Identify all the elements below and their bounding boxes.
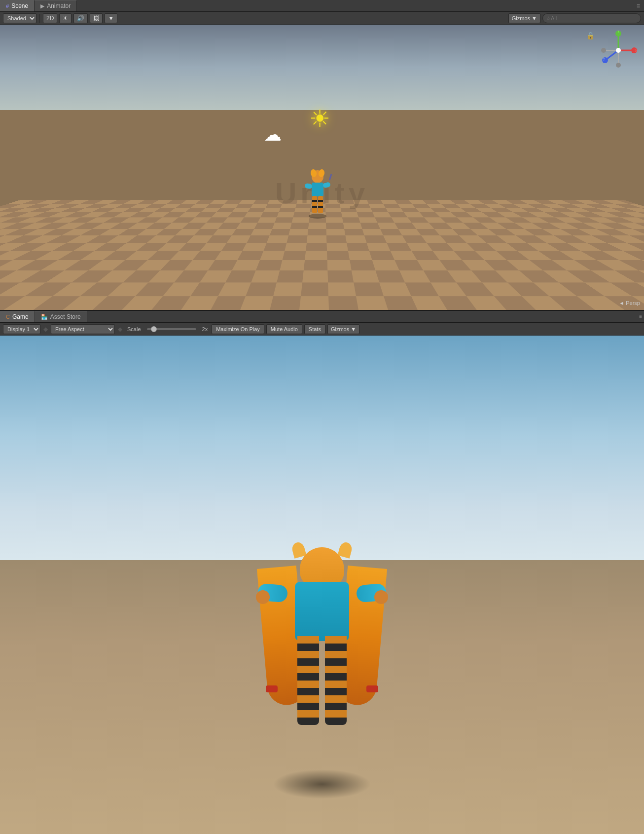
char-leg-right [325,636,347,725]
svg-rect-4 [304,183,313,189]
char-hair-tie-left [266,685,278,692]
game-panel: C Game 🏪 Asset Store ≡ Display 1 ◆ Free … [0,311,644,834]
char-head [300,547,344,587]
game-gizmos-label: Gizmos [331,326,349,332]
char-hair-tuft-right [338,541,354,558]
svg-rect-8 [318,196,323,213]
svg-rect-9 [312,200,317,202]
display-select[interactable]: Display 1 [3,324,40,334]
scale-value-label: 2x [200,326,210,332]
tab-scene-label: Scene [11,2,28,9]
svg-rect-12 [318,206,323,208]
game-gizmos-button[interactable]: Gizmos ▼ [327,324,359,334]
game-tab-bar: C Game 🏪 Asset Store ≡ [0,311,644,323]
svg-rect-5 [322,182,331,189]
scene-hash-icon: # [6,3,9,9]
scene-character [303,169,332,219]
scene-panel-menu[interactable]: ≡ [633,0,644,11]
panel-drag-arrows[interactable]: ≡ [639,311,644,322]
scene-character-svg [303,169,332,219]
svg-rect-7 [312,196,317,213]
char-back-body [253,537,391,784]
svg-line-6 [329,174,331,180]
game-toolbar: Display 1 ◆ Free Aspect ◆ Scale 2x Maxim… [0,323,644,336]
scale-slider-thumb[interactable] [151,326,157,332]
svg-point-21 [616,63,621,68]
stats-button[interactable]: Stats [304,324,325,334]
svg-rect-10 [318,200,323,202]
2d-toggle-button[interactable]: 2D [43,13,57,23]
sound-icon-button[interactable]: 🔊 [73,13,88,23]
scene-sun-icon: ☀ [309,105,330,132]
gizmos-dropdown-icon: ▼ [532,15,537,21]
char-legs [297,636,347,725]
svg-text:Y: Y [617,31,620,34]
char-body [295,582,349,641]
shading-select[interactable]: Shaded [3,13,36,23]
scene-toolbar: Shaded 2D ☀ 🔊 🖼 ▼ Gizmos ▼ [0,12,644,25]
gizmos-label: Gizmos [512,15,530,21]
game-character [253,537,391,784]
scene-gizmo-widget[interactable]: Y X Z [599,31,638,70]
animator-icon: ▶ [40,3,44,9]
image-icon-button[interactable]: 🖼 [90,13,103,23]
scene-search-input[interactable] [542,13,641,23]
asset-store-icon: 🏪 [41,314,48,320]
gizmo-svg: Y X Z [599,31,638,70]
tab-asset-store[interactable]: 🏪 Asset Store [35,311,87,322]
svg-text:X: X [635,48,638,53]
game-viewport[interactable] [0,336,644,834]
aspect-select[interactable]: Free Aspect [51,324,115,334]
gizmos-button[interactable]: Gizmos ▼ [508,13,540,23]
svg-text:Z: Z [603,57,606,62]
scale-slider[interactable] [147,328,196,330]
tab-animator-label: Animator [47,2,71,9]
scene-sky [0,25,644,110]
svg-point-24 [616,48,621,53]
scene-lock-icon[interactable]: 🔒 [586,32,595,39]
scene-panel: # Scene ▶ Animator ≡ Shaded 2D ☀ 🔊 🖼 ▼ G… [0,0,644,311]
char-hand-left [256,590,270,604]
light-icon-button[interactable]: ☀ [59,13,72,23]
menu-lines-icon: ≡ [637,2,640,9]
svg-rect-11 [312,206,317,208]
tab-scene[interactable]: # Scene [0,0,35,11]
svg-point-13 [309,214,326,219]
svg-rect-3 [312,183,323,196]
char-hand-right [374,590,388,604]
tab-asset-store-label: Asset Store [50,313,81,320]
char-hair-tie-right [366,685,378,692]
toolbar-separator-1 [39,14,40,23]
scene-viewport[interactable]: Unity ☀ ☁ [0,25,644,310]
tab-animator[interactable]: ▶ Animator [35,0,77,11]
game-c-icon: C [6,314,10,320]
game-gizmos-dropdown-icon: ▼ [351,326,356,332]
mute-audio-button[interactable]: Mute Audio [266,324,302,334]
tab-game[interactable]: C Game [0,311,35,322]
persp-label: ◄ Persp [619,300,640,306]
scene-cloud-icon: ☁ [264,124,282,145]
more-toolbar-button[interactable]: ▼ [105,13,117,23]
svg-point-23 [601,48,606,53]
scene-tab-bar: # Scene ▶ Animator ≡ [0,0,644,12]
tab-game-label: Game [12,313,29,320]
maximize-on-play-button[interactable]: Maximize On Play [212,324,264,334]
scene-toolbar-right: Gizmos ▼ [508,13,641,23]
char-leg-left [297,636,319,725]
scale-label: Scale [125,326,143,332]
